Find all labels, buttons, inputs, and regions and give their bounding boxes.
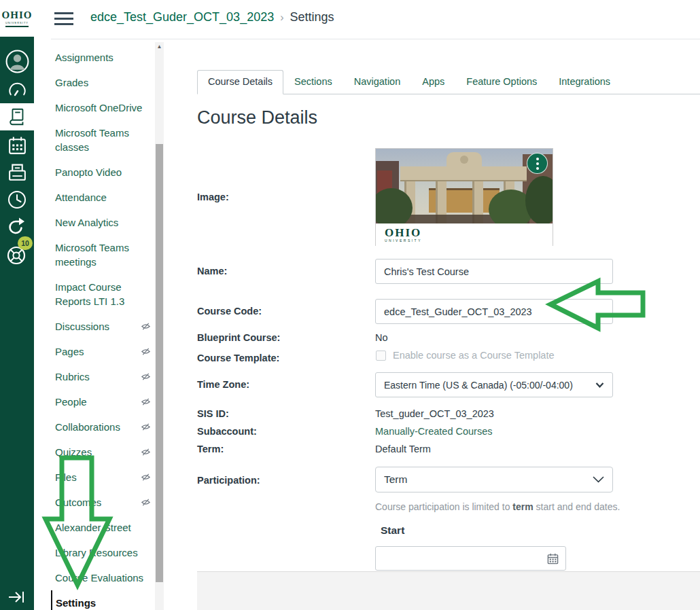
timezone-select[interactable]: Eastern Time (US & Canada) (-05:00/-04:0… (375, 372, 613, 397)
course-image-photo (376, 149, 553, 223)
tab-navigation[interactable]: Navigation (343, 70, 412, 94)
course-template-checkbox[interactable] (376, 351, 386, 361)
hidden-eye-slash-icon (141, 371, 151, 385)
dashboard-icon[interactable] (0, 80, 34, 102)
image-options-kebab-icon[interactable] (527, 153, 548, 174)
sis-id-value: Test_guder_OCT_03_2023 (375, 408, 494, 419)
page-title: Course Details (197, 107, 317, 128)
tab-course-details[interactable]: Course Details (197, 70, 283, 94)
calendar-picker-icon[interactable] (547, 553, 559, 564)
course-nav-people[interactable]: People (51, 389, 155, 414)
hidden-eye-slash-icon (141, 446, 151, 461)
course-nav-collaborations[interactable]: Collaborations (51, 414, 155, 439)
course-image-card: OHIO UNIVERSITY (375, 148, 553, 246)
hidden-eye-slash-icon (141, 396, 151, 410)
timezone-label: Time Zone: (197, 372, 249, 397)
course-nav-course-evaluations[interactable]: Course Evaluations (51, 565, 155, 590)
course-nav-rubrics[interactable]: Rubrics (51, 364, 155, 389)
course-nav-assignments[interactable]: Assignments (51, 45, 155, 70)
account-icon[interactable] (0, 48, 34, 74)
course-nav-settings[interactable]: Settings (51, 590, 155, 610)
expand-nav-icon[interactable] (0, 586, 34, 609)
blueprint-value: No (375, 332, 388, 343)
inbox-icon[interactable] (0, 160, 34, 185)
participation-label: Participation: (197, 467, 260, 493)
tab-feature-options[interactable]: Feature Options (455, 70, 548, 94)
hamburger-menu-icon[interactable] (54, 12, 73, 26)
name-label: Name: (197, 259, 227, 284)
courses-icon[interactable] (0, 103, 34, 130)
course-template-label: Course Template: (197, 353, 279, 363)
breadcrumb-course-link[interactable]: edce_Test_Guder_OCT_03_2023 (90, 10, 274, 24)
course-template-checkbox-text: Enable course as a Course Template (393, 350, 555, 361)
subaccount-link[interactable]: Manually-Created Courses (375, 426, 492, 437)
hidden-eye-slash-icon (141, 346, 151, 360)
course-nav-files[interactable]: Files (51, 465, 155, 490)
term-label: Term: (197, 444, 224, 454)
breadcrumb: edce_Test_Guder_OCT_03_2023›Settings (90, 10, 334, 24)
settings-tabbar: Course Details Sections Navigation Apps … (197, 70, 700, 94)
hidden-eye-slash-icon (141, 321, 151, 335)
commons-share-icon[interactable] (0, 215, 34, 239)
ohio-university-logo[interactable]: OHIO UNIVERSITY (0, 0, 34, 37)
course-nav-alexander-street[interactable]: Alexander Street (51, 515, 155, 540)
course-code-label: Course Code: (197, 299, 262, 324)
course-nav-impact-reports[interactable]: Impact Course Reports LTI 1.3 (51, 274, 155, 314)
course-image-logo: OHIO UNIVERSITY (376, 223, 553, 246)
header-divider (51, 39, 700, 39)
scrollbar-thumb[interactable] (156, 144, 163, 582)
course-nav-library-resources[interactable]: Library Resources (51, 540, 155, 565)
hidden-eye-slash-icon (141, 497, 151, 511)
course-code-input[interactable] (375, 299, 613, 324)
hidden-eye-slash-icon (141, 471, 151, 486)
course-nav-quizzes[interactable]: Quizzes (51, 439, 155, 465)
course-nav-pages[interactable]: Pages (51, 339, 155, 364)
participation-select[interactable]: Term (375, 467, 613, 492)
history-icon[interactable] (0, 188, 34, 211)
logo-text: OHIO (2, 10, 33, 21)
start-date-input[interactable] (375, 546, 566, 571)
tab-sections[interactable]: Sections (283, 70, 343, 94)
course-nav-panopto[interactable]: Panopto Video (51, 160, 155, 185)
course-nav-scrollbar[interactable]: ▲ (155, 42, 164, 610)
course-nav-outcomes[interactable]: Outcomes (51, 490, 155, 515)
course-nav-new-analytics[interactable]: New Analytics (51, 210, 155, 235)
global-nav: OHIO UNIVERSITY (0, 0, 34, 610)
subaccount-label: Subaccount: (197, 426, 257, 437)
start-date-label: Start (381, 524, 404, 537)
tab-integrations[interactable]: Integrations (548, 70, 621, 94)
course-nav-teams-classes[interactable]: Microsoft Teams classes (51, 120, 155, 160)
sis-id-label: SIS ID: (197, 408, 229, 419)
course-nav: Assignments Grades Microsoft OneDrive Mi… (51, 45, 155, 610)
hidden-eye-slash-icon (141, 421, 151, 435)
course-nav-grades[interactable]: Grades (51, 70, 155, 95)
calendar-icon[interactable] (0, 133, 34, 158)
course-nav-attendance[interactable]: Attendance (51, 185, 155, 210)
content-footer-band (197, 571, 700, 610)
image-label: Image: (197, 148, 229, 246)
course-template-checkbox-row: Enable course as a Course Template (376, 350, 555, 361)
course-nav-teams-meetings[interactable]: Microsoft Teams meetings (51, 235, 155, 274)
chevron-down-icon (593, 476, 604, 483)
scrollbar-up-arrow[interactable]: ▲ (155, 43, 164, 50)
course-name-input[interactable] (375, 259, 613, 284)
course-nav-onedrive[interactable]: Microsoft OneDrive (51, 95, 155, 120)
tab-apps[interactable]: Apps (411, 70, 455, 94)
breadcrumb-current: Settings (290, 10, 334, 24)
help-count-badge: 10 (18, 236, 33, 250)
help-icon[interactable]: 10 (0, 240, 34, 268)
chevron-down-icon (595, 382, 604, 388)
participation-help-text: Course participation is limited to term … (375, 501, 633, 512)
breadcrumb-separator: › (280, 12, 283, 23)
course-nav-discussions[interactable]: Discussions (51, 314, 155, 339)
term-value: Default Term (375, 444, 431, 454)
blueprint-label: Blueprint Course: (197, 332, 280, 343)
